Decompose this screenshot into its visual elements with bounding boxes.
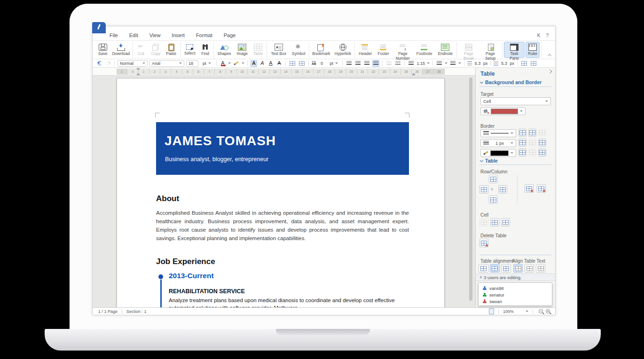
toolbar-select-button[interactable]: Select	[182, 42, 198, 58]
menu-page[interactable]: Page	[224, 32, 236, 38]
space-after-value[interactable]: 5.3	[500, 61, 508, 66]
toolbar-endnote-button[interactable]: Endnote	[435, 42, 455, 58]
insert-column-left-button[interactable]	[479, 185, 488, 194]
align-text-top-button[interactable]	[513, 264, 523, 273]
zoom-dropdown[interactable]	[526, 311, 528, 313]
redo-button[interactable]	[105, 60, 111, 67]
toolbar-image-button[interactable]: Image	[234, 42, 250, 58]
menu-edit[interactable]: Edit	[129, 32, 138, 38]
toolbar-page-setup-button[interactable]: Page Setup	[480, 42, 501, 58]
char-spacing-unit-select[interactable]: pt	[327, 60, 339, 67]
section-background-border[interactable]: Background and Border	[480, 79, 542, 85]
highlight-button[interactable]	[233, 60, 240, 67]
toolbar-shapes-button[interactable]: Shapes	[215, 42, 234, 58]
fit-page-button[interactable]	[489, 308, 494, 314]
toolbar-header-button[interactable]: Header	[356, 42, 374, 58]
delete-column-button[interactable]	[537, 184, 546, 193]
toolbar-paste-button[interactable]: Paste	[164, 42, 179, 58]
delete-row-button[interactable]	[525, 184, 534, 193]
align-center-button[interactable]	[354, 60, 361, 67]
insert-row-below-button[interactable]	[489, 195, 498, 204]
decrease-indent-button[interactable]	[385, 60, 393, 67]
panel-collapse-button[interactable]	[548, 70, 552, 73]
align-right-button[interactable]	[363, 60, 370, 67]
font-size-unit-select[interactable]: pt	[200, 60, 213, 67]
section-table[interactable]: Table	[480, 158, 498, 164]
cell-shading-button[interactable]	[298, 60, 306, 67]
account-button[interactable]: K	[537, 33, 541, 38]
clear-formatting-button[interactable]	[530, 60, 537, 67]
font-family-select[interactable]: Arial	[149, 60, 184, 67]
toolbar-text-box-button[interactable]: Text Box	[268, 42, 289, 58]
toolbar-download-button[interactable]: Download	[110, 42, 131, 58]
border-style-select[interactable]	[480, 129, 516, 137]
font-color-button[interactable]: A	[220, 60, 226, 67]
paragraph-style-select[interactable]: Normal	[118, 60, 148, 67]
border-preset-button[interactable]	[538, 148, 546, 156]
align-left-button[interactable]	[346, 60, 353, 67]
bullet-list-button[interactable]	[449, 60, 456, 67]
toolbar-table-button[interactable]: Table	[251, 42, 265, 58]
toolbar-find-button[interactable]: Find	[199, 42, 212, 58]
border-width-select[interactable]: 1 px	[480, 139, 516, 147]
toolbar-copy-button[interactable]: Copy	[149, 42, 163, 58]
target-select[interactable]: Cell	[480, 97, 551, 105]
toolbar-task-pane-button[interactable]: Task Pane	[504, 42, 525, 58]
toolbar-footnote-button[interactable]: Footnote	[414, 42, 435, 58]
font-size-input[interactable]: 18	[186, 60, 198, 67]
menu-file[interactable]: File	[110, 32, 118, 38]
toolbar-save-button[interactable]: Save	[96, 42, 110, 58]
hanging-indent-marker[interactable]	[136, 71, 140, 75]
justify-button[interactable]	[372, 60, 379, 67]
border-preset-button[interactable]	[528, 129, 536, 137]
toolbar-ruler-button[interactable]: Ruler	[526, 42, 540, 58]
insert-column-right-button[interactable]	[498, 185, 507, 194]
toolbar-hyperlink-button[interactable]: Hyperlink	[332, 42, 353, 58]
toolbar-footer-button[interactable]: Footer	[375, 42, 392, 58]
delete-table-button[interactable]	[479, 239, 488, 247]
zoom-in-button[interactable]: +	[546, 309, 550, 313]
split-cells-button[interactable]	[501, 218, 510, 226]
collapse-toolbar-button[interactable]	[548, 54, 551, 57]
border-preset-button[interactable]	[518, 139, 526, 147]
toolbar-bookmark-button[interactable]: Bookmark	[311, 42, 331, 58]
table-align-center-button[interactable]	[490, 264, 500, 273]
toolbar-page-number-button[interactable]: Page Number	[393, 42, 413, 58]
border-preset-button[interactable]	[518, 129, 526, 137]
align-text-bottom-button[interactable]	[536, 264, 545, 273]
help-button[interactable]: ?	[546, 33, 549, 38]
app-logo-icon[interactable]	[92, 22, 106, 33]
vertical-scrollbar[interactable]	[469, 78, 472, 305]
numbered-list-dropdown[interactable]	[445, 62, 448, 65]
italic-button[interactable]: A	[259, 60, 266, 67]
document-page[interactable]: JAMES TOMASH Business analyst, blogger, …	[117, 78, 445, 307]
format-painter-button[interactable]	[520, 60, 528, 67]
border-preset-button[interactable]	[518, 148, 526, 156]
merge-cells-button[interactable]	[490, 218, 499, 226]
cell-option-button[interactable]	[479, 218, 488, 226]
border-preset-button[interactable]	[538, 139, 546, 147]
insert-row-above-button[interactable]	[489, 175, 498, 183]
line-spacing-dropdown[interactable]	[427, 62, 430, 65]
char-spacing-value[interactable]: 0	[318, 61, 325, 66]
cell-border-button[interactable]	[289, 60, 296, 67]
menu-insert[interactable]: Insert	[172, 32, 185, 38]
zoom-out-button[interactable]: −	[539, 309, 543, 313]
increase-indent-button[interactable]	[394, 60, 401, 67]
line-spacing-button[interactable]	[408, 60, 415, 67]
menu-view[interactable]: View	[149, 32, 161, 38]
zoom-level-select[interactable]: 100%	[503, 309, 526, 314]
right-indent-marker[interactable]	[412, 71, 416, 75]
strikethrough-button[interactable]: A	[276, 60, 283, 67]
menu-format[interactable]: Format	[196, 32, 212, 38]
toolbar-cut-button[interactable]: Cut	[134, 42, 148, 58]
users-editing-bar[interactable]: 3 users are editing.	[476, 273, 555, 281]
numbered-list-button[interactable]	[436, 60, 443, 67]
space-before-value[interactable]: 5.3	[474, 61, 481, 66]
undo-button[interactable]	[96, 60, 103, 67]
toolbar-page-break-button[interactable]: Page Break	[458, 42, 479, 58]
align-text-middle-button[interactable]	[525, 264, 534, 273]
bullet-list-dropdown[interactable]	[458, 62, 461, 65]
highlight-dropdown[interactable]	[242, 62, 244, 65]
table-align-left-button[interactable]	[479, 264, 488, 273]
